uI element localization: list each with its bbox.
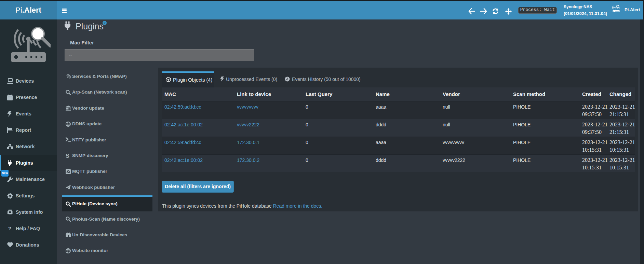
svg-text:S: S [66, 153, 69, 158]
